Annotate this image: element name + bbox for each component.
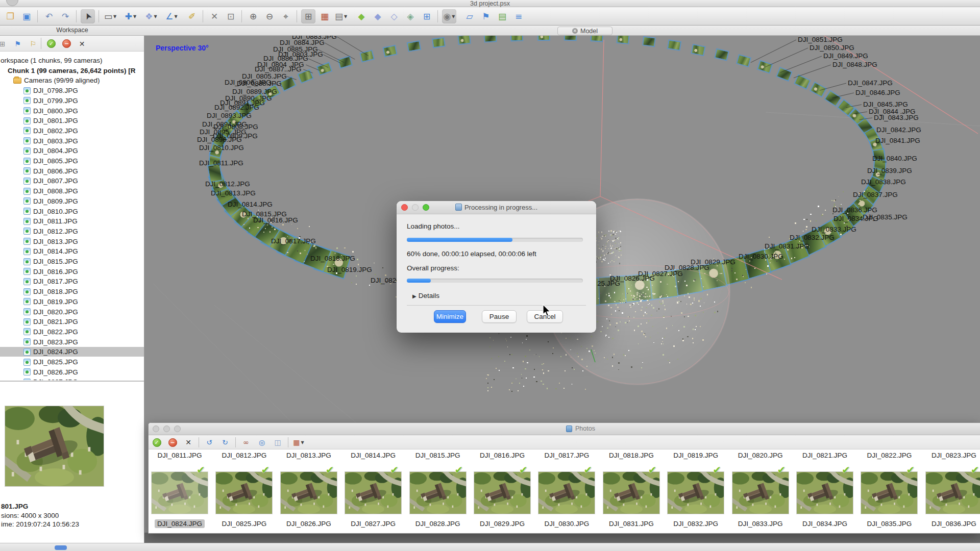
tree-item-DJI_0808.JPG[interactable]: DJI_0808.JPG: [0, 186, 144, 196]
camera-label-DJI_0830JPG[interactable]: DJI_0830.JPG: [739, 253, 783, 260]
dropdown-arrow-icon[interactable]: ▼: [344, 14, 347, 19]
tree-chunk[interactable]: Chunk 1 (99 cameras, 26,642 points) [R: [0, 66, 144, 76]
wireframe-view-icon[interactable]: ◇: [387, 9, 401, 23]
photo-label-DJI_0833.JPG[interactable]: DJI_0833.JPG: [728, 520, 793, 528]
add-chunk-icon[interactable]: ⊞: [0, 37, 9, 50]
details-disclosure[interactable]: ▶Details: [412, 292, 439, 299]
photo-thumbnail[interactable]: [668, 472, 724, 514]
dropdown-arrow-icon[interactable]: ▼: [175, 14, 178, 19]
navigate-tool-icon[interactable]: ❖▼: [144, 9, 158, 23]
tree-item-DJI_0823.JPG[interactable]: DJI_0823.JPG: [0, 337, 144, 347]
tile-windows-icon[interactable]: ⊞: [301, 9, 315, 23]
photo-label-DJI_0831.JPG[interactable]: DJI_0831.JPG: [599, 520, 664, 528]
open-project-icon[interactable]: ❐: [3, 9, 17, 23]
zoom-out-icon[interactable]: ⊖: [262, 9, 277, 23]
tree-item-DJI_0807.JPG[interactable]: DJI_0807.JPG: [0, 176, 144, 186]
camera-label-DJI_0838JPG[interactable]: DJI_0838.JPG: [861, 178, 906, 186]
tree-item-DJI_0813.JPG[interactable]: DJI_0813.JPG: [0, 237, 144, 246]
point-cloud-view-icon[interactable]: ◆: [354, 9, 369, 23]
dropdown-arrow-icon[interactable]: ▼: [301, 440, 304, 445]
tree-item-DJI_0816.JPG[interactable]: DJI_0816.JPG: [0, 267, 144, 277]
photo-label-DJI_0828.JPG[interactable]: DJI_0828.JPG: [406, 520, 470, 528]
photos-traffic-light[interactable]: [153, 425, 159, 432]
tree-item-DJI_0827.JPG[interactable]: DJI_0827.JPG: [0, 377, 144, 380]
shaded-view-icon[interactable]: ◆: [371, 9, 385, 23]
camera-label-DJI_0837JPG[interactable]: DJI_0837.JPG: [853, 191, 898, 198]
close-tab-icon[interactable]: ✕: [572, 28, 578, 34]
pause-button[interactable]: Pause: [482, 310, 517, 323]
photo-label-DJI_0827.JPG[interactable]: DJI_0827.JPG: [341, 520, 405, 528]
redo-icon[interactable]: ↷: [58, 9, 72, 23]
photo-thumbnail[interactable]: [474, 472, 530, 514]
enable-item-icon[interactable]: ✓: [151, 436, 163, 448]
flip-right-icon[interactable]: ↻: [219, 436, 231, 448]
tree-item-DJI_0812.JPG[interactable]: DJI_0812.JPG: [0, 227, 144, 236]
flip-left-icon[interactable]: ↺: [203, 436, 215, 448]
camera-label-DJI_0896JPG[interactable]: DJI_0896.JPG: [197, 136, 242, 143]
tree-item-DJI_0815.JPG[interactable]: DJI_0815.JPG: [0, 257, 144, 266]
camera-label-DJI_0813JPG[interactable]: DJI_0813.JPG: [211, 189, 256, 197]
photo-label-DJI_0832.JPG[interactable]: DJI_0832.JPG: [664, 520, 728, 528]
tree-item-DJI_0825.JPG[interactable]: DJI_0825.JPG: [0, 357, 144, 367]
tree-item-DJI_0805.JPG[interactable]: DJI_0805.JPG: [0, 156, 144, 166]
camera-view-icon[interactable]: ◉▼: [442, 9, 456, 23]
photo-thumbnail[interactable]: [410, 472, 466, 514]
camera-label-DJI_0888JPG[interactable]: DJI_0888.JPG: [237, 80, 282, 87]
undo-icon[interactable]: ↶: [42, 9, 56, 23]
photo-thumbnail[interactable]: [281, 472, 337, 514]
photo-label-DJI_0821.JPG[interactable]: DJI_0821.JPG: [793, 452, 857, 459]
photos-titlebar[interactable]: Photos: [149, 423, 980, 435]
camera-label-DJI_0851JPG[interactable]: DJI_0851.JPG: [798, 36, 843, 43]
photo-label-DJI_0820.JPG[interactable]: DJI_0820.JPG: [728, 452, 793, 459]
photo-label-DJI_0822.JPG[interactable]: DJI_0822.JPG: [857, 452, 921, 459]
camera-label-DJI_0893JPG[interactable]: DJI_0893.JPG: [207, 112, 252, 119]
photo-thumbnail[interactable]: [797, 472, 853, 514]
camera-label-DJI_0845JPG[interactable]: DJI_0845.JPG: [863, 101, 908, 108]
photo-thumbnail[interactable]: [216, 472, 272, 514]
tab-model[interactable]: ✕ Model: [557, 27, 612, 35]
draw-shapes-icon[interactable]: ▱: [462, 9, 477, 23]
tree-item-DJI_0818.JPG[interactable]: DJI_0818.JPG: [0, 287, 144, 296]
tree-item-DJI_0811.JPG[interactable]: DJI_0811.JPG: [0, 216, 144, 226]
photo-label-DJI_0815.JPG[interactable]: DJI_0815.JPG: [406, 452, 470, 459]
photo-thumbnail[interactable]: [732, 472, 789, 514]
camera-label-DJI_0841JPG[interactable]: DJI_0841.JPG: [875, 137, 920, 144]
photo-label-DJI_0817.JPG[interactable]: DJI_0817.JPG: [534, 452, 599, 459]
dropdown-arrow-icon[interactable]: ▼: [113, 14, 116, 19]
camera-label-DJI_0818JPG[interactable]: DJI_0818.JPG: [310, 255, 355, 262]
textured-view-icon[interactable]: ◈: [403, 9, 418, 23]
photos-traffic-light[interactable]: [163, 425, 170, 432]
photo-label-DJI_0826.JPG[interactable]: DJI_0826.JPG: [277, 520, 341, 528]
tree-item-DJI_0822.JPG[interactable]: DJI_0822.JPG: [0, 327, 144, 337]
measure-angle-icon[interactable]: ∠▼: [164, 9, 179, 23]
camera-label-25JPG[interactable]: 25.JPG: [597, 280, 620, 287]
camera-label-DJI_0836JPG[interactable]: DJI_0836.JPG: [832, 206, 877, 214]
ruler-tool-icon[interactable]: ✐: [185, 9, 199, 23]
photo-label-DJI_0834.JPG[interactable]: DJI_0834.JPG: [793, 520, 857, 528]
camera-label-DJI_0843JPG[interactable]: DJI_0843.JPG: [874, 114, 919, 121]
photo-label-DJI_0835.JPG[interactable]: DJI_0835.JPG: [857, 520, 921, 528]
camera-label-DJI_0819JPG[interactable]: DJI_0819.JPG: [327, 266, 372, 273]
tree-item-DJI_0798.JPG[interactable]: DJI_0798.JPG: [0, 86, 144, 95]
camera-label-DJI_0842JPG[interactable]: DJI_0842.JPG: [876, 126, 921, 134]
photo-label-DJI_0830.JPG[interactable]: DJI_0830.JPG: [534, 520, 599, 528]
dialog-titlebar[interactable]: Processing in progress...: [397, 201, 596, 214]
move-object-icon[interactable]: ✚▼: [124, 9, 138, 23]
tree-item-DJI_0826.JPG[interactable]: DJI_0826.JPG: [0, 367, 144, 377]
fit-view-icon[interactable]: ⌖: [279, 9, 293, 23]
show-layers-icon[interactable]: ≡: [511, 9, 526, 23]
tree-item-DJI_0824.JPG[interactable]: DJI_0824.JPG: [0, 347, 144, 357]
camera-label-DJI_0887JPG[interactable]: DJI_0887..JPG: [255, 65, 302, 73]
add-flag-icon[interactable]: ⚑: [479, 9, 493, 23]
photo-thumbnail[interactable]: [152, 472, 208, 514]
photo-label-DJI_0811.JPG[interactable]: DJI_0811.JPG: [149, 452, 212, 459]
camera-label-DJI_0850JPG[interactable]: DJI_0850.JPG: [810, 44, 854, 52]
camera-label-DJI_0848JPG[interactable]: DJI_0848.JPG: [832, 61, 877, 68]
photo-thumbnail[interactable]: [345, 472, 401, 514]
dropdown-arrow-icon[interactable]: ▼: [154, 14, 157, 19]
minimize-button[interactable]: Minimize: [434, 310, 466, 323]
ortho-view-icon[interactable]: ⊞: [420, 9, 434, 23]
photos-grid[interactable]: DJI_0811.JPG✔DJI_0824.JPGDJI_0812.JPG✔DJ…: [149, 449, 980, 533]
dropdown-arrow-icon[interactable]: ▼: [452, 14, 455, 19]
tree-item-DJI_0803.JPG[interactable]: DJI_0803.JPG: [0, 136, 144, 146]
